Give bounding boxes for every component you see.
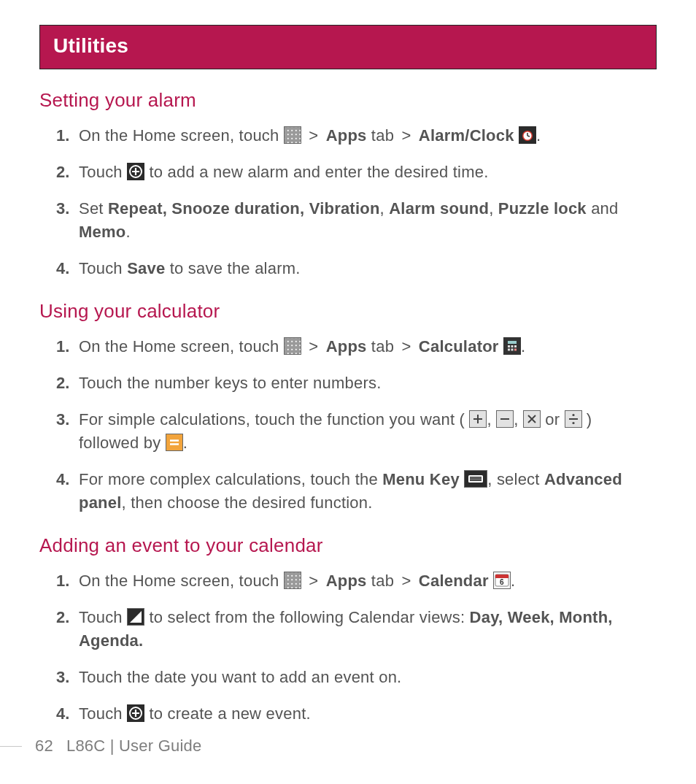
puzzle-lock-label: Puzzle lock (498, 199, 587, 218)
memo-label: Memo (79, 223, 125, 241)
text: , select (487, 470, 544, 488)
alarm-step-3: Set Repeat, Snooze duration, Vibration, … (74, 197, 657, 244)
divide-icon (565, 410, 582, 428)
section-heading-alarm: Setting your alarm (39, 87, 657, 115)
svg-rect-5 (508, 345, 510, 347)
settings-list: Repeat, Snooze duration, Vibration (108, 199, 380, 218)
alarm-step-1: On the Home screen, touch > Apps tab > A… (74, 124, 657, 147)
svg-rect-10 (514, 349, 517, 351)
calculator-label: Calculator (419, 337, 499, 356)
text: On the Home screen, touch (79, 572, 284, 590)
alarm-step-4: Touch Save to save the alarm. (74, 257, 657, 280)
breadcrumb-separator: > (398, 572, 414, 590)
text: Touch (79, 163, 127, 181)
apps-tab-label: Apps (326, 126, 367, 145)
apps-grid-icon (284, 126, 301, 144)
text: . (125, 223, 130, 241)
breadcrumb-separator: > (398, 126, 414, 145)
calendar-icon: 6 (493, 572, 511, 589)
svg-point-11 (572, 414, 574, 416)
text: For more complex calculations, touch the (79, 470, 382, 488)
minus-icon (496, 410, 514, 428)
apps-grid-icon (284, 572, 301, 589)
text: tab (371, 337, 399, 356)
text: tab (371, 126, 399, 145)
text: Touch (79, 259, 127, 277)
calendar-steps: On the Home screen, touch > Apps tab > C… (39, 569, 657, 725)
calendar-view-icon (127, 608, 144, 626)
apps-grid-icon (284, 337, 301, 355)
alarm-sound-label: Alarm sound (389, 199, 489, 218)
text: . (511, 572, 515, 590)
add-plus-icon (127, 163, 144, 180)
calc-step-1: On the Home screen, touch > Apps tab > C… (74, 335, 657, 358)
alarm-step-2: Touch to add a new alarm and enter the d… (74, 161, 657, 184)
add-plus-icon (127, 704, 144, 722)
svg-rect-16 (470, 480, 482, 481)
calc-step-3: For simple calculations, touch the funct… (74, 408, 657, 455)
section-heading-calculator: Using your calculator (39, 298, 657, 326)
text: . (183, 434, 187, 452)
page-number: 62 (35, 734, 53, 758)
cal-step-3: Touch the date you want to add an event … (74, 666, 657, 689)
text: and (587, 199, 619, 218)
section-heading-calendar: Adding an event to your calendar (39, 532, 657, 560)
text: On the Home screen, touch (79, 126, 284, 145)
svg-rect-9 (511, 349, 514, 351)
text: to add a new alarm and enter the desired… (149, 163, 488, 181)
calculator-steps: On the Home screen, touch > Apps tab > C… (39, 335, 657, 514)
alarm-clock-icon (519, 126, 536, 144)
cal-step-2: Touch to select from the following Calen… (74, 606, 657, 653)
alarm-steps: On the Home screen, touch > Apps tab > A… (39, 124, 657, 280)
text: tab (371, 572, 399, 590)
menu-key-icon (464, 470, 487, 488)
text: . (536, 126, 541, 145)
alarm-clock-label: Alarm/Clock (419, 126, 514, 145)
svg-rect-8 (508, 349, 510, 351)
text: or (545, 410, 564, 428)
svg-rect-14 (470, 477, 482, 478)
breadcrumb-separator: > (398, 337, 414, 356)
text: . (521, 337, 525, 356)
text: Touch (79, 608, 127, 626)
calc-step-2: Touch the number keys to enter numbers. (74, 372, 657, 395)
menu-key-label: Menu Key (382, 470, 460, 488)
text: , (489, 199, 498, 218)
text: , then choose the desired function. (122, 493, 373, 512)
text: , (514, 410, 523, 428)
breadcrumb-separator: > (306, 337, 321, 356)
text: to select from the following Calendar vi… (149, 608, 469, 626)
calculator-icon (503, 337, 521, 355)
equals-icon (166, 434, 183, 451)
text: to create a new event. (149, 704, 310, 723)
page-footer: 62 L86C | User Guide (0, 734, 201, 758)
svg-rect-6 (511, 345, 514, 347)
text: , (380, 199, 390, 218)
text: to save the alarm. (170, 259, 301, 277)
cal-step-4: Touch to create a new event. (74, 702, 657, 726)
manual-page: Utilities Setting your alarm On the Home… (0, 0, 696, 726)
text: Touch the number keys to enter numbers. (79, 374, 382, 392)
calc-step-4: For more complex calculations, touch the… (74, 468, 657, 515)
cal-step-1: On the Home screen, touch > Apps tab > C… (74, 569, 657, 593)
svg-rect-15 (470, 478, 482, 480)
text: On the Home screen, touch (79, 337, 284, 356)
text: , (487, 410, 496, 428)
plus-icon (469, 410, 487, 428)
text: For simple calculations, touch the funct… (79, 410, 465, 428)
apps-tab-label: Apps (326, 337, 367, 356)
svg-point-12 (572, 422, 574, 424)
text: Touch the date you want to add an event … (79, 668, 401, 686)
footer-text: L86C | User Guide (66, 734, 202, 758)
svg-rect-7 (514, 345, 517, 347)
save-label: Save (127, 259, 165, 277)
text: Touch (79, 704, 127, 723)
apps-tab-label: Apps (326, 572, 367, 590)
svg-text:6: 6 (500, 578, 504, 586)
calendar-label: Calendar (419, 572, 489, 590)
breadcrumb-separator: > (306, 126, 321, 145)
chapter-title: Utilities (39, 25, 657, 69)
breadcrumb-separator: > (306, 572, 321, 590)
svg-rect-4 (508, 341, 517, 344)
text: Set (79, 199, 108, 218)
